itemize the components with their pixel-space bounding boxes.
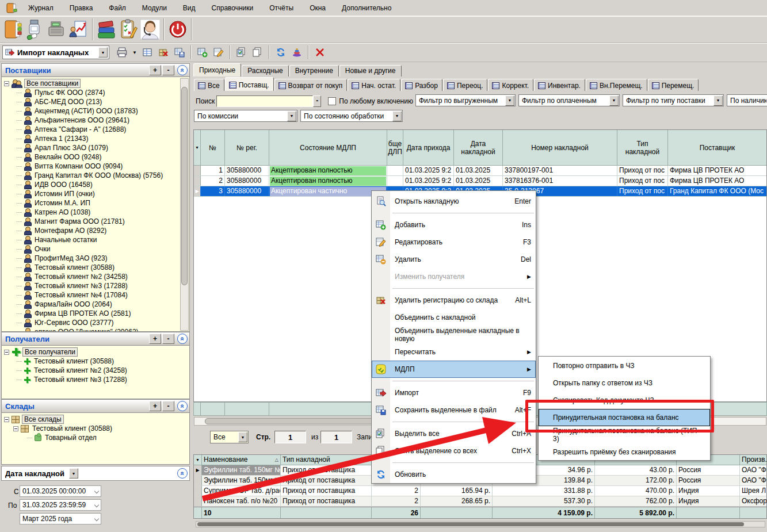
suppliers-expand-button[interactable]: +: [149, 65, 161, 75]
tree-item-supplier[interactable]: Истомин М.А. ИП: [4, 198, 189, 208]
scrollbar-thumb[interactable]: [197, 522, 744, 526]
dropdown-arrow-icon[interactable]: ▼: [392, 111, 402, 121]
copy-pages-icon[interactable]: [251, 45, 265, 59]
tree-item-supplier[interactable]: Магнит Фарма ООО (21781): [4, 217, 189, 226]
header-clipped[interactable]: бще ДЛП: [387, 130, 403, 166]
tree-item-supplier[interactable]: Начальные остатки: [4, 235, 189, 244]
tree-item-warehouse[interactable]: Тестовый клиент (30588): [4, 424, 189, 433]
tab-supplier[interactable]: Поставщ.: [225, 77, 274, 91]
search-input[interactable]: [216, 95, 313, 107]
menu-item-import[interactable]: ИмпортF9: [372, 384, 536, 401]
tree-item-supplier[interactable]: Монтефарм АО (8292): [4, 226, 189, 235]
marking-icon[interactable]: [290, 45, 304, 59]
item-row[interactable]: Суприма-ЛОР таб. д/расс. м Приход от пос…: [194, 486, 766, 496]
tree-item-recipient[interactable]: Тестовый клиент (30588): [4, 357, 189, 366]
submenu-item-allow-no-scan[interactable]: Разрешить приёмку без сканирования: [539, 443, 710, 461]
print-icon[interactable]: [115, 45, 129, 59]
filter-commission-combo[interactable]: По комиссии▼: [194, 110, 297, 122]
date-to-combo[interactable]: 31.03.2025 23:59:59: [20, 499, 101, 511]
tree-item-supplier[interactable]: Арал Плюс ЗАО (1079): [4, 143, 189, 152]
add-invoice-icon[interactable]: [196, 45, 209, 59]
menu-view[interactable]: Вид: [175, 2, 203, 14]
tree-item-supplier[interactable]: Альфаинтенсив ООО (29641): [4, 116, 189, 125]
header-invoice-number[interactable]: Номер накладной: [503, 130, 617, 166]
tree-item-supplier[interactable]: ИДВ ООО (16458): [4, 180, 189, 189]
menu-item-open-invoice[interactable]: Открыть накладнуюEnter: [372, 193, 536, 210]
tasks-icon[interactable]: [117, 17, 139, 41]
dropdown-arrow-icon[interactable]: ▼: [98, 47, 108, 58]
menu-extra[interactable]: Дополнительно: [334, 2, 399, 14]
tree-item-supplier[interactable]: Очки: [4, 244, 189, 254]
header-reg[interactable]: № рег.: [225, 130, 269, 166]
tab-correction[interactable]: Коррект.: [488, 79, 533, 91]
filter-unloaded-combo[interactable]: Фильтр по выгруженным▼: [415, 94, 516, 106]
tree-item-supplier[interactable]: Гранд Капитал ФК ООО (Москва) (5756): [4, 171, 189, 180]
menu-reports[interactable]: Отчёты: [262, 2, 301, 14]
dropdown-arrow-icon[interactable]: ▼: [238, 432, 247, 442]
tab-new-other[interactable]: Новые и другие: [339, 65, 402, 76]
medicines-icon[interactable]: [24, 17, 46, 41]
tab-unpacking[interactable]: Разбор: [401, 79, 442, 91]
operator-icon[interactable]: [139, 17, 161, 41]
print-dropdown-icon[interactable]: ▼: [131, 45, 138, 59]
expander-icon[interactable]: [4, 350, 9, 355]
menu-edit[interactable]: Правка: [62, 2, 101, 14]
menu-item-select-all[interactable]: Выделить всеCtrl+A: [372, 425, 536, 442]
date-collapse-chevron-icon[interactable]: «: [177, 468, 188, 479]
menu-item-refresh[interactable]: Обновить: [372, 466, 536, 483]
tree-item-supplier[interactable]: АБС-МЕД ООО (213): [4, 97, 189, 106]
copy-table-icon[interactable]: [173, 45, 186, 59]
tab-move[interactable]: Перемещ.: [648, 79, 699, 91]
filter-availability-combo[interactable]: По наличию м: [727, 94, 767, 106]
cash-register-icon[interactable]: [46, 17, 68, 41]
header-status[interactable]: Состояние МДЛП: [269, 130, 387, 166]
suppliers-collapse-button[interactable]: -: [162, 65, 174, 75]
menu-journal[interactable]: Журнал: [21, 2, 61, 14]
header-arrival-date[interactable]: Дата прихода: [403, 130, 454, 166]
tree-item-supplier[interactable]: Истомин ИП (очки): [4, 189, 189, 198]
items-table-hscrollbar[interactable]: [196, 521, 765, 527]
dropdown-arrow-icon[interactable]: ▼: [713, 95, 723, 106]
delete-registration-icon[interactable]: [157, 45, 170, 59]
tree-item-supplier[interactable]: Аптека 1 (21343): [4, 134, 189, 143]
recipients-collapse-button[interactable]: -: [162, 334, 174, 344]
search-clear-button[interactable]: -: [313, 95, 321, 107]
header-invoice-date[interactable]: Дата накладной: [454, 130, 503, 166]
item-row[interactable]: Паноксен таб. п/о №20 Приход от поставщи…: [194, 496, 766, 507]
tree-item-supplier[interactable]: Катрен АО (1038): [4, 208, 189, 217]
tree-item-supplier[interactable]: аптека ООО "Динамика" (20062): [4, 327, 189, 332]
refresh-icon[interactable]: [274, 45, 288, 59]
menu-item-deselect-all[interactable]: Снять выделение со всехCtrl+X: [372, 442, 536, 460]
tab-incoming[interactable]: Приходные: [193, 63, 241, 76]
tab-return-from-buyer[interactable]: Возврат от покуп: [274, 79, 348, 91]
tab-all[interactable]: Все: [194, 79, 224, 91]
tree-item-supplier[interactable]: Тестовый клиент №3 (17288): [4, 281, 189, 290]
menu-item-mdlp[interactable]: МДЛП▶: [372, 361, 536, 378]
date-period-combo[interactable]: Март 2025 года: [20, 513, 101, 525]
select-all-icon[interactable]: [235, 45, 249, 59]
warehouses-collapse-chevron-icon[interactable]: «: [177, 401, 188, 411]
filter-paid-combo[interactable]: Фильтр по оплаченным▼: [518, 94, 620, 106]
menu-item-change-recipient[interactable]: Изменить получателя▶: [372, 268, 536, 285]
warehouses-expand-button[interactable]: +: [149, 401, 161, 411]
warehouses-collapse-button[interactable]: -: [162, 401, 174, 411]
tree-item-supplier[interactable]: Тестовый клиент №4 (17084): [4, 290, 189, 300]
header-num[interactable]: №: [201, 130, 225, 166]
header-name[interactable]: Наменование△: [202, 455, 281, 465]
page-size-combo[interactable]: Все▼: [210, 431, 249, 443]
tab-internal[interactable]: Внутренние: [289, 65, 339, 76]
menu-item-save-to-file[interactable]: Сохранить выделенные в файлAlt+F: [372, 401, 536, 419]
menu-file[interactable]: Файл: [101, 2, 133, 14]
suppliers-collapse-chevron-icon[interactable]: «: [177, 65, 188, 75]
menu-item-recalculate[interactable]: Пересчитать▶: [372, 343, 536, 361]
tree-item-supplier[interactable]: Тестовый клиент (30588): [4, 263, 189, 272]
expander-icon[interactable]: [4, 417, 9, 422]
expander-icon[interactable]: [4, 81, 9, 86]
any-match-checkbox[interactable]: [328, 97, 336, 105]
tree-item-supplier[interactable]: Акцентмед (АСТИ) ООО (18783): [4, 106, 189, 116]
invoice-row[interactable]: 1 305880000 Акцептирован полностью 01.03…: [194, 166, 766, 176]
menu-item-edit[interactable]: РедактироватьF3: [372, 234, 536, 251]
scrollbar-thumb[interactable]: [181, 87, 188, 285]
dropdown-arrow-icon[interactable]: ▼: [609, 95, 619, 106]
tree-item-supplier[interactable]: Фирма ЦВ ПРОТЕК АО (2581): [4, 309, 189, 318]
